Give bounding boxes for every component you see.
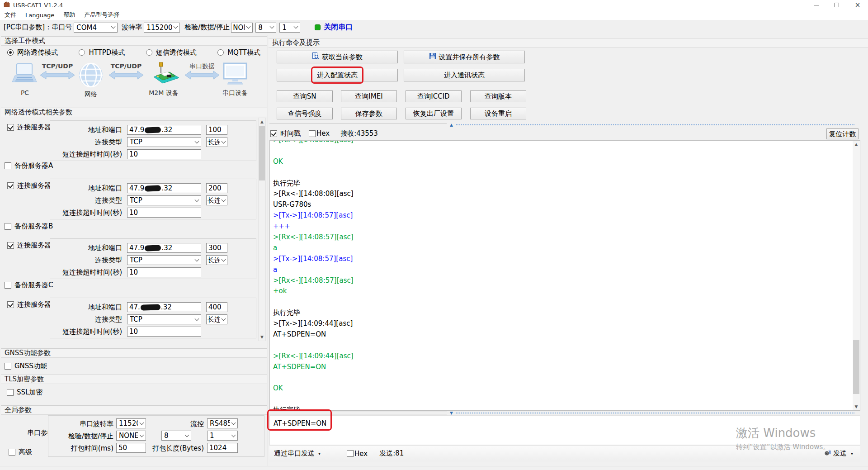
- reboot-button[interactable]: 设备重启: [470, 108, 526, 119]
- pack-length-input[interactable]: 1024: [207, 443, 238, 453]
- server-b-port-input[interactable]: 200: [206, 183, 227, 193]
- collapse-down-icon[interactable]: ▼: [450, 411, 453, 415]
- server-b-address-input[interactable]: 47.9.32: [127, 183, 201, 193]
- pack-time-input[interactable]: 50: [116, 443, 146, 453]
- set-save-params-button[interactable]: 设置并保存所有参数: [404, 51, 525, 63]
- factory-reset-button[interactable]: 恢复出厂设置: [406, 108, 462, 119]
- collapse-up-icon[interactable]: ▲: [450, 123, 453, 127]
- scroll-up-icon[interactable]: ▲: [853, 141, 860, 148]
- log-scrollbar[interactable]: ▲ ▼: [853, 141, 860, 410]
- server-c-port-input[interactable]: 300: [206, 243, 227, 253]
- server-c-address-input[interactable]: 47.9.32: [127, 243, 201, 253]
- log-splitter-bottom[interactable]: ▼: [269, 411, 857, 415]
- enter-comm-button[interactable]: 进入通讯状态: [404, 69, 525, 81]
- backup-server-a-checkbox[interactable]: 备份服务器A: [5, 161, 53, 170]
- server-a-port-input[interactable]: 100: [206, 125, 227, 135]
- serial-databits-select[interactable]: 8: [161, 431, 191, 441]
- baud-label: 波特率: [122, 23, 142, 32]
- scrollbar-thumb[interactable]: [853, 340, 859, 394]
- server-b-keep-select[interactable]: 长连: [206, 195, 227, 205]
- ssl-checkbox[interactable]: SSL加密: [7, 388, 42, 397]
- save-params-button[interactable]: 保存参数: [341, 108, 397, 119]
- query-signal-button[interactable]: 查信号强度: [277, 108, 333, 119]
- server-d-timeout-input[interactable]: 10: [127, 327, 201, 337]
- gnss-checkbox[interactable]: GNSS功能: [5, 362, 47, 370]
- flow-control-select[interactable]: RS485: [207, 418, 238, 428]
- radio-mqtt-mode[interactable]: MQTT模式: [217, 48, 260, 57]
- redaction-mark: [145, 127, 161, 133]
- connect-server-c-checkbox[interactable]: 连接服务器C: [7, 241, 56, 250]
- double-arrow-icon: [108, 70, 144, 82]
- splitter-handle[interactable]: [269, 412, 447, 414]
- close-port-button[interactable]: 关闭串口: [315, 23, 353, 32]
- query-imei-button[interactable]: 查询IMEI: [341, 90, 397, 102]
- enter-config-button[interactable]: 进入配置状态: [277, 69, 398, 81]
- server-d-port-input[interactable]: 400: [206, 302, 227, 312]
- server-b-type-select[interactable]: TCP: [127, 195, 201, 205]
- server-d-keep-select[interactable]: 长连: [206, 314, 227, 324]
- scroll-up-icon[interactable]: ▲: [259, 118, 265, 125]
- server-list-scrollbar[interactable]: ▲ ▼: [258, 118, 266, 341]
- checkbox-icon: [7, 301, 14, 308]
- com-port-select[interactable]: COM4: [74, 23, 118, 33]
- send-via-serial-dropdown[interactable]: 通过串口发送 ▾: [274, 449, 321, 458]
- timestamp-checkbox[interactable]: 时间戳: [270, 129, 301, 138]
- chevron-down-icon: [195, 139, 199, 143]
- menu-bar: 文件 Language 帮助 产品型号选择: [0, 10, 868, 20]
- minimize-button[interactable]: [806, 0, 826, 10]
- checkbox-icon: [5, 162, 11, 169]
- splitter-handle[interactable]: [269, 123, 447, 126]
- radio-sms-mode[interactable]: 短信透传模式: [146, 48, 197, 57]
- scroll-down-icon[interactable]: ▼: [853, 403, 860, 410]
- log-output[interactable]: >[Rx<-][14:08:08][asc] OK 执行完毕 >[Rx<-][1…: [269, 140, 860, 411]
- menu-file[interactable]: 文件: [0, 10, 21, 20]
- log-line: 执行完毕: [270, 178, 852, 189]
- serial-baud-label: 串口波特率: [52, 420, 113, 428]
- serial-stopbits-select[interactable]: 1: [207, 431, 238, 441]
- menu-help[interactable]: 帮助: [59, 10, 80, 20]
- server-a-address-input[interactable]: 47.9.32: [127, 125, 201, 135]
- connect-server-a-checkbox[interactable]: 连接服务器A: [7, 123, 56, 132]
- get-params-button[interactable]: 获取当前参数: [277, 51, 398, 63]
- log-line: >[Rx<-][14:08:08][asc]: [270, 189, 852, 199]
- backup-server-c-checkbox[interactable]: 备份服务器C: [5, 281, 53, 290]
- server-c-keep-select[interactable]: 长连: [206, 255, 227, 265]
- reset-counter-button[interactable]: 复位计数: [826, 128, 859, 139]
- query-sn-button[interactable]: 查询SN: [277, 90, 333, 102]
- server-c-type-select[interactable]: TCP: [127, 255, 201, 265]
- menu-language[interactable]: Language: [21, 10, 59, 20]
- advanced-checkbox[interactable]: 高级: [9, 448, 32, 456]
- stopbits-select[interactable]: 1: [279, 23, 300, 33]
- connect-server-b-checkbox[interactable]: 连接服务器B: [7, 181, 56, 190]
- log-splitter-top[interactable]: ▲: [269, 123, 857, 127]
- backup-server-b-checkbox[interactable]: 备份服务器B: [5, 222, 53, 231]
- scroll-down-icon[interactable]: ▼: [259, 333, 265, 341]
- serial-parity-select[interactable]: NONE: [116, 431, 146, 441]
- parity-select[interactable]: NONI: [231, 23, 253, 33]
- maximize-button[interactable]: [826, 0, 847, 10]
- scrollbar-thumb[interactable]: [259, 126, 265, 180]
- query-iccid-button[interactable]: 查询ICCID: [406, 90, 462, 102]
- radio-httpd-mode[interactable]: HTTPD模式: [79, 48, 125, 57]
- baud-select[interactable]: 115200: [144, 23, 180, 33]
- radio-net-transparent-mode[interactable]: 网络透传模式: [7, 48, 58, 57]
- query-version-button[interactable]: 查询版本: [470, 90, 526, 102]
- chevron-down-icon: ▾: [318, 451, 321, 456]
- serial-baud-select[interactable]: 115200: [116, 418, 146, 428]
- server-a-type-select[interactable]: TCP: [127, 137, 201, 147]
- server-b-timeout-input[interactable]: 10: [127, 208, 201, 218]
- chevron-down-icon: [231, 432, 236, 437]
- server-d-address-input[interactable]: 47..32: [127, 302, 201, 312]
- databits-select[interactable]: 8: [255, 23, 276, 33]
- server-d-type-select[interactable]: TCP: [127, 314, 201, 324]
- server-c-timeout-input[interactable]: 10: [127, 267, 201, 277]
- send-hex-checkbox[interactable]: Hex: [347, 450, 368, 458]
- close-button[interactable]: ×: [847, 0, 868, 10]
- menu-product-model[interactable]: 产品型号选择: [80, 10, 124, 20]
- recv-hex-checkbox[interactable]: Hex: [309, 129, 330, 138]
- command-panel-header: 执行命令及提示: [269, 38, 868, 47]
- server-a-timeout-input[interactable]: 10: [127, 149, 201, 159]
- close-icon: ×: [855, 2, 861, 9]
- connect-server-d-checkbox[interactable]: 连接服务器D: [7, 300, 57, 309]
- server-a-keep-select[interactable]: 长连: [206, 137, 227, 147]
